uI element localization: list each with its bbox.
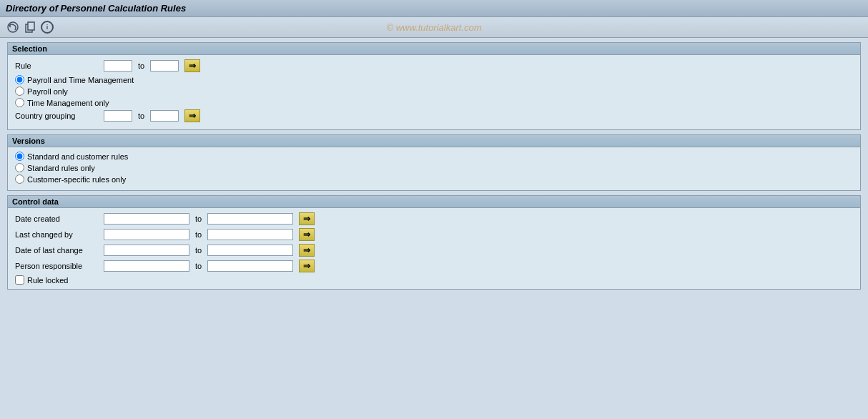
versions-body: Standard and customer rules Standard rul…	[8, 147, 860, 190]
date-last-change-from-input[interactable]	[104, 245, 189, 256]
date-created-row: Date created to ⇒	[15, 212, 853, 225]
toolbar: i © www.tutorialkart.com	[0, 17, 868, 38]
person-responsible-arrow-button[interactable]: ⇒	[299, 260, 315, 272]
radio-time-only[interactable]: Time Management only	[15, 98, 853, 107]
rule-locked-label: Rule locked	[27, 276, 68, 285]
rule-label: Rule	[15, 61, 101, 70]
copy-icon[interactable]	[23, 20, 37, 34]
customer-only-label: Customer-specific rules only	[27, 175, 126, 184]
recycle-icon[interactable]	[6, 20, 20, 34]
page-title: Directory of Personnel Calculation Rules	[6, 3, 186, 14]
main-content: Selection Rule to ⇒ Payroll and Time Man…	[0, 38, 868, 298]
payroll-only-label: Payroll only	[27, 87, 68, 96]
last-changed-from-input[interactable]	[104, 229, 189, 240]
selection-body: Rule to ⇒ Payroll and Time Management Pa…	[8, 55, 860, 129]
title-bar: Directory of Personnel Calculation Rules	[0, 0, 868, 17]
standard-only-radio[interactable]	[15, 163, 24, 172]
rule-from-input[interactable]	[104, 60, 132, 72]
country-to-input[interactable]	[150, 110, 179, 122]
standard-only-label: Standard rules only	[27, 164, 95, 172]
radio-payroll-time[interactable]: Payroll and Time Management	[15, 75, 853, 84]
person-responsible-to-input[interactable]	[207, 260, 293, 272]
svg-rect-2	[28, 22, 34, 30]
country-grouping-row: Country grouping to ⇒	[15, 109, 853, 122]
country-arrow-button[interactable]: ⇒	[184, 109, 200, 122]
selection-header: Selection	[8, 43, 860, 55]
watermark: © www.tutorialkart.com	[386, 22, 481, 33]
person-responsible-label: Person responsible	[15, 262, 101, 270]
svg-point-0	[8, 22, 18, 32]
last-changed-arrow-button[interactable]: ⇒	[299, 228, 315, 241]
rule-row: Rule to ⇒	[15, 59, 853, 72]
customer-only-radio[interactable]	[15, 174, 24, 184]
rule-locked-checkbox[interactable]	[15, 275, 24, 285]
time-only-label: Time Management only	[27, 99, 109, 107]
country-grouping-label: Country grouping	[15, 112, 101, 120]
date-last-change-to-label: to	[195, 246, 202, 255]
person-responsible-to-label: to	[195, 262, 202, 270]
last-changed-to-input[interactable]	[207, 229, 293, 240]
payroll-time-radio[interactable]	[15, 75, 24, 84]
payroll-time-label: Payroll and Time Management	[27, 76, 134, 84]
control-data-section: Control data Date created to ⇒ Last chan…	[7, 195, 861, 290]
standard-customer-radio[interactable]	[15, 152, 24, 161]
radio-standard-only[interactable]: Standard rules only	[15, 163, 853, 172]
standard-customer-label: Standard and customer rules	[27, 152, 128, 161]
person-responsible-row: Person responsible to ⇒	[15, 260, 853, 272]
date-last-change-arrow-button[interactable]: ⇒	[299, 244, 315, 257]
date-created-arrow-button[interactable]: ⇒	[299, 212, 315, 225]
control-data-header: Control data	[8, 196, 860, 208]
radio-payroll-only[interactable]: Payroll only	[15, 87, 853, 96]
time-only-radio[interactable]	[15, 98, 24, 107]
date-created-to-input[interactable]	[207, 213, 293, 225]
versions-header: Versions	[8, 135, 860, 147]
date-created-label: Date created	[15, 215, 101, 223]
rule-to-input[interactable]	[150, 60, 179, 72]
country-to-label: to	[138, 112, 144, 120]
person-responsible-from-input[interactable]	[104, 260, 189, 272]
control-data-body: Date created to ⇒ Last changed by to ⇒ D…	[8, 208, 860, 289]
date-last-change-row: Date of last change to ⇒	[15, 244, 853, 257]
last-changed-row: Last changed by to ⇒	[15, 228, 853, 241]
last-changed-label: Last changed by	[15, 230, 101, 239]
selection-section: Selection Rule to ⇒ Payroll and Time Man…	[7, 42, 861, 130]
date-last-change-label: Date of last change	[15, 246, 101, 255]
rule-to-label: to	[138, 61, 144, 70]
radio-customer-only[interactable]: Customer-specific rules only	[15, 174, 853, 184]
rule-arrow-button[interactable]: ⇒	[184, 59, 200, 72]
radio-standard-customer[interactable]: Standard and customer rules	[15, 152, 853, 161]
country-from-input[interactable]	[104, 110, 132, 122]
date-created-to-label: to	[195, 215, 202, 223]
payroll-only-radio[interactable]	[15, 87, 24, 96]
date-created-from-input[interactable]	[104, 213, 189, 225]
versions-section: Versions Standard and customer rules Sta…	[7, 134, 861, 191]
last-changed-to-label: to	[195, 230, 202, 239]
rule-locked-row[interactable]: Rule locked	[15, 275, 853, 285]
info-icon[interactable]: i	[40, 20, 54, 34]
date-last-change-to-input[interactable]	[207, 245, 293, 256]
